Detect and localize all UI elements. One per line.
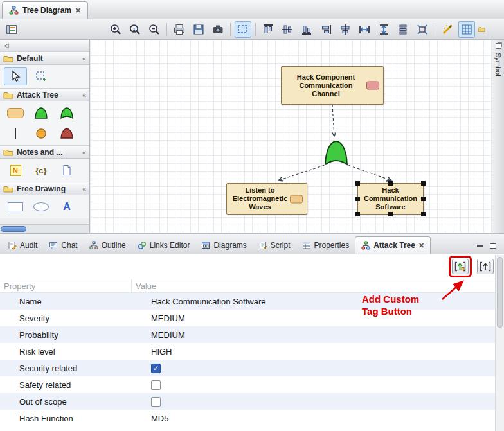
collapse-palette-icon[interactable]: ◁ (4, 42, 9, 49)
selection-handle[interactable] (421, 181, 426, 186)
symbol-view-strip[interactable]: Symbol (492, 40, 504, 233)
palette-section-free-drawing[interactable]: Free Drawing « (0, 182, 89, 195)
event-tool[interactable] (30, 125, 53, 143)
tab-links-editor[interactable]: Links Editor (132, 236, 196, 254)
pin-section-icon[interactable]: « (82, 91, 86, 99)
grid-toggle-button[interactable] (458, 21, 475, 38)
panel-vertical-scrollbar[interactable] (495, 255, 504, 431)
tab-diagrams[interactable]: Diagrams (195, 236, 252, 254)
table-row-safety-related[interactable]: Safety related (0, 376, 495, 393)
format-paint-button[interactable] (439, 21, 456, 38)
tab-audit[interactable]: Audit (2, 236, 43, 254)
rectangle-tool[interactable] (4, 198, 27, 216)
tab-script[interactable]: Script (253, 236, 296, 254)
close-icon[interactable]: ✕ (75, 6, 81, 15)
palette-horizontal-scrollbar[interactable] (0, 224, 89, 233)
pin-section-icon[interactable]: « (82, 185, 86, 193)
scrollbar-thumb[interactable] (1, 226, 26, 232)
selection-handle[interactable] (421, 212, 426, 216)
save-button[interactable] (190, 21, 207, 38)
table-row-name[interactable]: Name Hack Communication Software (0, 293, 495, 310)
ellipse-tool[interactable] (30, 198, 53, 216)
align-right-button[interactable] (318, 21, 334, 38)
text-tool[interactable]: A (55, 198, 78, 216)
and-gate-tool[interactable] (30, 104, 53, 122)
tree-node-root[interactable]: Hack Component Communication Channel (281, 66, 384, 105)
table-row-risk-level[interactable]: Risk level HIGH (0, 343, 495, 360)
zoom-out-button[interactable] (146, 21, 163, 38)
restore-view-icon[interactable] (496, 43, 501, 49)
connector-gate-to-right[interactable] (345, 164, 392, 180)
palette-view-button[interactable] (3, 21, 20, 38)
security-related-checkbox[interactable] (151, 364, 161, 373)
marquee-select-button[interactable] (235, 21, 251, 38)
align-middle-button[interactable] (279, 21, 296, 38)
or-gate[interactable] (324, 139, 348, 166)
add-tag-button[interactable] (477, 259, 494, 274)
property-value[interactable]: HIGH (132, 347, 495, 356)
selection-handle[interactable] (356, 181, 360, 186)
marquee-tool[interactable] (30, 67, 53, 85)
negated-gate-tool[interactable] (55, 125, 78, 143)
selection-handle[interactable] (421, 197, 426, 201)
note-tool[interactable]: N (4, 161, 27, 179)
selection-handle[interactable] (388, 181, 393, 186)
tab-attack-tree[interactable]: Attack Tree ✕ (355, 236, 431, 254)
column-header-value[interactable]: Value (132, 281, 156, 291)
align-bottom-button[interactable] (298, 21, 315, 38)
zoom-original-button[interactable]: 1 (127, 21, 143, 38)
tab-tree-diagram[interactable]: Tree Diagram ✕ (2, 1, 88, 19)
tab-outline[interactable]: Outline (84, 236, 132, 254)
connector-gate-to-left[interactable] (278, 164, 328, 180)
palette-section-notes[interactable]: Notes and ... « (0, 145, 89, 159)
document-tool[interactable] (55, 161, 78, 179)
minimize-panel-button[interactable] (477, 245, 483, 247)
maximize-panel-button[interactable] (490, 243, 496, 249)
property-value[interactable]: MD5 (132, 414, 495, 423)
select-tool[interactable] (4, 67, 27, 85)
property-value[interactable]: MEDIUM (132, 330, 495, 340)
attack-node-tool[interactable] (4, 104, 27, 122)
tree-node-listen[interactable]: Listen to Electromagnetic Waves (226, 183, 307, 215)
selection-handle[interactable] (388, 212, 393, 216)
table-row-out-of-scope[interactable]: Out of scope (0, 393, 495, 410)
or-gate-tool[interactable] (55, 104, 78, 122)
property-value[interactable]: MEDIUM (132, 313, 495, 323)
print-button[interactable] (171, 21, 188, 38)
selection-handle[interactable] (356, 197, 360, 201)
table-row-hash-function[interactable]: Hash Function MD5 (0, 410, 495, 427)
column-header-property[interactable]: Property (0, 279, 132, 292)
connector-top-to-gate[interactable] (332, 105, 334, 136)
palette-section-default[interactable]: Default « (0, 51, 89, 65)
tab-chat[interactable]: Chat (43, 236, 83, 254)
property-value[interactable]: Hack Communication Software (132, 297, 495, 306)
tree-node-hack-software[interactable]: Hack Communication Software (357, 183, 424, 215)
pin-section-icon[interactable]: « (82, 55, 86, 62)
selection-handle[interactable] (356, 212, 360, 216)
match-width-button[interactable] (356, 21, 373, 38)
symbols-partial-button[interactable] (478, 21, 487, 38)
scrollbar-thumb[interactable] (497, 257, 503, 328)
pin-section-icon[interactable]: « (82, 148, 86, 156)
distribute-vertical-button[interactable] (395, 21, 411, 38)
snapshot-button[interactable] (210, 21, 226, 38)
add-custom-tag-button[interactable] (452, 259, 469, 274)
diagram-canvas[interactable]: Hack Component Communication Channel Lis… (90, 40, 492, 233)
links-icon (138, 241, 147, 250)
table-row-severity[interactable]: Severity MEDIUM (0, 310, 495, 326)
out-of-scope-checkbox[interactable] (151, 397, 161, 407)
match-height-button[interactable] (375, 21, 392, 38)
center-horizontal-button[interactable] (337, 21, 354, 38)
auto-resize-button[interactable] (414, 21, 431, 38)
align-top-button[interactable] (260, 21, 276, 38)
palette-section-attack-tree[interactable]: Attack Tree « (0, 88, 89, 101)
close-icon[interactable]: ✕ (419, 242, 424, 250)
safety-related-checkbox[interactable] (151, 380, 161, 390)
tab-properties[interactable]: Properties (296, 236, 356, 254)
palette-collapse-strip[interactable]: ◁ (0, 40, 89, 51)
constraint-tool[interactable]: {c} (30, 161, 53, 179)
table-row-probability[interactable]: Probability MEDIUM (0, 326, 495, 343)
table-row-security-related[interactable]: Security related (0, 360, 495, 376)
zoom-in-button[interactable] (107, 21, 124, 38)
connector-tool[interactable] (4, 125, 27, 143)
